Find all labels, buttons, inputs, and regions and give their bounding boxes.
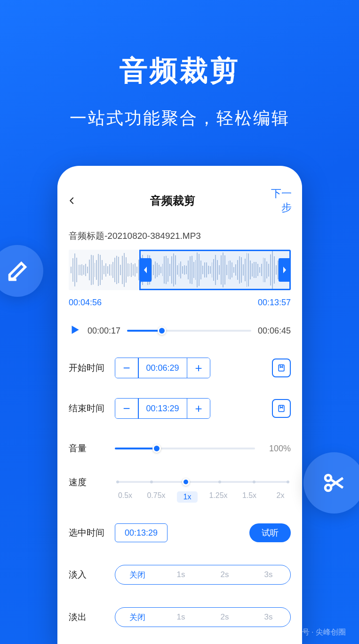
page-title: 音频裁剪 [150,193,195,208]
end-time-stepper: − 00:13:29 + [115,398,210,419]
speed-option[interactable]: 1x [177,491,198,503]
scissors-decoration-bubble [303,452,359,514]
audio-filename: 音频标题-20210820-384921.MP3 [57,224,302,247]
play-button[interactable] [69,324,81,338]
start-time-stepper: − 00:06:29 + [115,358,210,378]
pencil-icon [6,259,29,283]
wechat-icon: ✦ [274,627,284,637]
player-current-time: 00:00:17 [88,326,120,336]
fade-in-row: 淡入 关闭1s2s3s [57,565,302,585]
scissors-icon [322,471,346,495]
waveform-editor[interactable] [69,250,291,290]
speed-selector[interactable]: 0.5x0.75x1x1.25x1.5x2x [115,476,291,503]
chevron-left-icon [68,196,76,205]
edit-decoration-bubble [0,245,43,297]
start-time-minus-button[interactable]: − [115,358,138,378]
preview-button[interactable]: 试听 [249,523,291,542]
waveform-selection[interactable] [139,250,291,290]
start-time-plus-button[interactable]: + [187,358,210,378]
hero-header: 音频裁剪 一站式功能聚合，轻松编辑 [0,0,359,130]
end-time-value[interactable]: 00:13:29 [139,404,187,414]
navbar: 音频裁剪 下一步 [57,179,302,224]
chevron-left-icon [143,266,148,274]
phone-mockup: 音频裁剪 下一步 音频标题-20210820-384921.MP3 00:04:… [57,166,302,644]
player-slider-thumb[interactable] [158,326,166,335]
fade-in-segment[interactable]: 关闭1s2s3s [115,565,291,585]
selected-time-value[interactable]: 00:13:29 [115,523,168,542]
selection-handle-left[interactable] [139,258,152,282]
svg-rect-0 [279,365,284,371]
selection-handle-right[interactable] [279,258,291,282]
end-time-minus-button[interactable]: − [115,399,138,418]
waveform-start-time: 00:04:56 [69,298,102,308]
speed-row: 速度 0.5x0.75x1x1.25x1.5x2x [57,476,302,503]
segment-option[interactable]: 关闭 [115,570,159,580]
end-time-bookmark-button[interactable] [272,399,291,418]
volume-label: 音量 [69,442,115,455]
bookmark-icon [277,404,286,413]
volume-slider[interactable] [115,448,255,449]
hero-subtitle: 一站式功能聚合，轻松编辑 [0,107,359,130]
watermark-text: 公众号 · 尖峰创圈 [287,628,346,637]
fade-out-label: 淡出 [69,611,115,623]
chevron-right-icon [282,266,287,274]
player-controls: 00:00:17 00:06:45 [57,308,302,338]
selected-time-row: 选中时间 00:13:29 试听 [57,523,302,542]
segment-option[interactable]: 1s [159,612,203,622]
player-slider[interactable] [127,330,251,332]
segment-option[interactable]: 关闭 [115,612,159,623]
next-button[interactable]: 下一步 [263,187,292,215]
waveform-times: 00:04:56 00:13:57 [57,290,302,308]
player-total-time: 00:06:45 [258,326,291,336]
volume-slider-fill [115,448,157,449]
fade-out-row: 淡出 关闭1s2s3s [57,607,302,627]
player-slider-fill [127,330,162,332]
start-time-label: 开始时间 [69,362,115,374]
fade-in-label: 淡入 [69,569,115,581]
segment-option[interactable]: 3s [247,570,290,579]
start-time-row: 开始时间 − 00:06:29 + [57,358,302,378]
segment-option[interactable]: 2s [203,612,247,622]
bookmark-icon [277,363,286,373]
end-time-plus-button[interactable]: + [187,399,210,418]
start-time-bookmark-button[interactable] [272,359,291,377]
segment-option[interactable]: 3s [247,612,290,622]
waveform-end-time: 00:13:57 [258,298,291,308]
svg-rect-1 [279,405,284,411]
speed-option[interactable]: 1.25x [208,491,229,503]
volume-value: 100% [263,444,291,454]
watermark: ✦ 公众号 · 尖峰创圈 [274,627,346,637]
speed-label: 速度 [69,476,115,489]
fade-out-segment[interactable]: 关闭1s2s3s [115,607,291,627]
end-time-row: 结束时间 − 00:13:29 + [57,398,302,419]
segment-option[interactable]: 2s [203,570,247,579]
volume-row: 音量 100% [57,442,302,455]
end-time-label: 结束时间 [69,402,115,415]
volume-slider-thumb[interactable] [152,444,161,453]
selected-time-label: 选中时间 [69,527,115,539]
speed-option[interactable]: 0.5x [115,491,136,503]
start-time-value[interactable]: 00:06:29 [139,363,187,373]
hero-title: 音频裁剪 [0,52,359,90]
back-button[interactable] [68,193,82,208]
speed-option[interactable]: 2x [270,491,291,503]
speed-option[interactable]: 0.75x [146,491,167,503]
play-icon [69,324,81,336]
segment-option[interactable]: 1s [159,570,203,579]
speed-option[interactable]: 1.5x [239,491,260,503]
